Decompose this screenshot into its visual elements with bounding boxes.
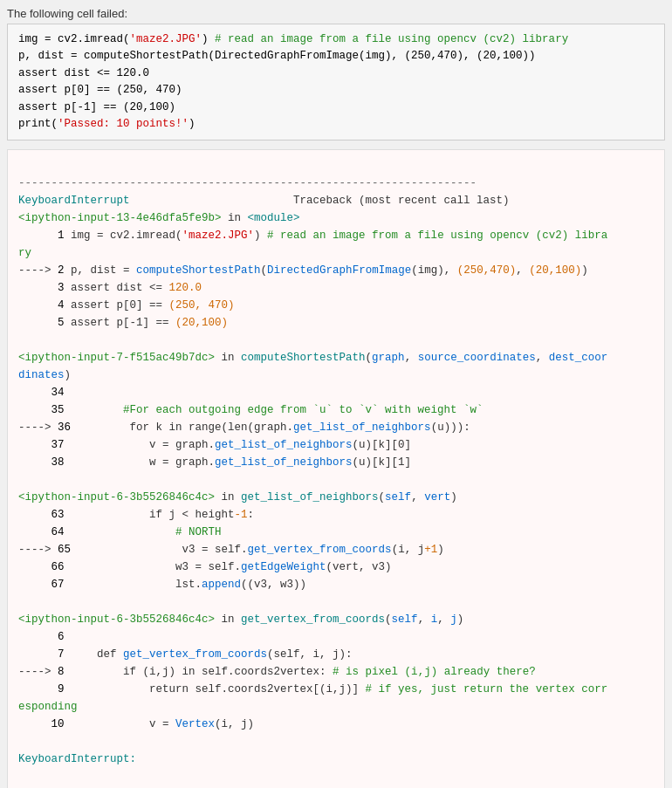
page-container: The following cell failed: img = cv2.imr… <box>0 0 672 788</box>
tb-error-type: KeyboardInterrupt Traceback (most recent… <box>18 195 510 207</box>
tb-frame-4: <ipython-input-6-3b5526846c4c> in get_ve… <box>18 613 607 730</box>
failed-cell-label: The following cell failed: <box>7 7 665 20</box>
tb-final-error: KeyboardInterrupt: <box>18 753 136 765</box>
tb-frame-2: <ipython-input-7-f515ac49b7dc> in comput… <box>18 352 607 469</box>
tb-separator: ----------------------------------------… <box>18 177 477 189</box>
tb-frame-3: <ipython-input-6-3b5526846c4c> in get_li… <box>18 491 457 591</box>
traceback-box: ----------------------------------------… <box>7 149 665 788</box>
tb-frame-1: <ipython-input-13-4e46dfa5fe9b> in <modu… <box>18 212 607 329</box>
code-line-1: img = cv2.imread('maze2.JPG') # read an … <box>18 33 568 130</box>
failed-cell-code: img = cv2.imread('maze2.JPG') # read an … <box>7 24 665 140</box>
